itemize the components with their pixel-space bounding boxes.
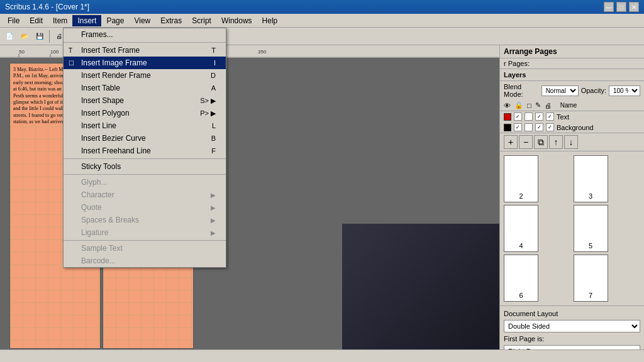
paste-button[interactable]: 📋: [136, 30, 150, 43]
blend-mode-select[interactable]: Normal: [541, 85, 579, 96]
right-panel: Arrange Pages r Pages: Layers Blend Mode…: [499, 45, 644, 349]
name-column: Name: [560, 102, 577, 109]
maximize-button[interactable]: □: [616, 2, 626, 12]
bg-lock-check[interactable]: [525, 123, 533, 131]
bg-layer-color: [504, 124, 511, 131]
menu-help[interactable]: Help: [257, 15, 283, 26]
layers-column-headers: 👁 🔒 □ ✎ 🖨 Name: [500, 100, 644, 111]
text-layer-name: Text: [557, 113, 569, 121]
page-thumb-4[interactable]: 4: [504, 205, 538, 252]
left-page-text: 3 May. Bistritz.-- Left Munich at 8:35 P…: [10, 63, 100, 129]
svg-text:350: 350: [258, 49, 267, 55]
menu-item[interactable]: Item: [48, 15, 72, 26]
print-button[interactable]: 🖨: [52, 30, 66, 43]
svg-text:100: 100: [50, 49, 59, 55]
edit-icon: ✎: [535, 101, 541, 109]
layer-toolbar: + − ⧉ ↑ ↓: [500, 133, 644, 151]
redo-button[interactable]: ↪: [87, 30, 101, 43]
copy-button[interactable]: ⎘: [121, 30, 135, 43]
bg-layer-name: Background: [557, 124, 594, 131]
svg-text:250: 250: [170, 49, 179, 55]
svg-text:150: 150: [82, 49, 91, 55]
menu-bar: File Edit Item Insert Page View Extras S…: [0, 14, 644, 28]
layer-text-row[interactable]: Text: [500, 111, 644, 122]
add-layer-button[interactable]: +: [504, 135, 518, 149]
app-title: Scribus 1.4.6 - [Cover 1*]: [5, 3, 89, 11]
move-layer-up-button[interactable]: ↑: [549, 135, 563, 149]
horizontal-ruler: 50 100 150 200 250 300 350: [0, 45, 499, 58]
minimize-button[interactable]: —: [604, 2, 614, 12]
menu-windows[interactable]: Windows: [216, 15, 257, 26]
document-layout-label: Document Layout: [504, 310, 640, 317]
svg-rect-12: [0, 45, 499, 58]
svg-text:200: 200: [126, 49, 135, 55]
text-layer-color: [504, 113, 511, 121]
first-page-row: First Page is:: [504, 335, 640, 343]
layers-header: Layers: [500, 69, 644, 81]
bg-frame-check[interactable]: [535, 123, 543, 131]
layers-panel: Layers Blend Mode: Normal Opacity: 100 %…: [500, 69, 644, 151]
page-thumb-7[interactable]: 7: [574, 255, 608, 302]
new-button[interactable]: 📄: [3, 30, 16, 43]
page-thumb-5[interactable]: 5: [574, 205, 608, 252]
blend-mode-row: Blend Mode: Normal Opacity: 100 %: [500, 81, 644, 100]
right-page-text: 3 May. Bistritz.-- Left Munich at 8:35 P…: [103, 63, 193, 129]
arrange-pages-header: Arrange Pages: [500, 45, 644, 58]
eye-icon: 👁: [504, 102, 511, 109]
blend-label: Blend Mode:: [504, 83, 539, 98]
page-right: 3 May. Bistritz.-- Left Munich at 8:35 P…: [103, 63, 194, 349]
menu-page[interactable]: Page: [101, 15, 129, 26]
document-layout-select[interactable]: Double Sided Single Page Facing Pages: [504, 320, 640, 332]
menu-edit[interactable]: Edit: [25, 15, 48, 26]
title-bar: Scribus 1.4.6 - [Cover 1*] — □ ✕: [0, 0, 644, 14]
pages-label: r Pages:: [500, 58, 644, 69]
move-layer-down-button[interactable]: ↓: [564, 135, 578, 149]
menu-insert[interactable]: Insert: [72, 15, 101, 26]
page-left: 3 May. Bistritz.-- Left Munich at 8:35 P…: [9, 63, 101, 349]
svg-text:50: 50: [19, 49, 25, 55]
text-edit-check[interactable]: [546, 112, 554, 121]
remove-layer-button[interactable]: −: [519, 135, 533, 149]
lock-icon: 🔒: [514, 101, 523, 109]
toolbar-separator-1: [49, 30, 50, 43]
toolbar-separator-2: [69, 30, 69, 43]
layers-title: Layers: [504, 71, 526, 79]
undo-button[interactable]: ↩: [72, 30, 86, 43]
layer-background-row[interactable]: Background: [500, 122, 644, 133]
bg-edit-check[interactable]: [546, 123, 554, 131]
bg-visible-check[interactable]: [514, 123, 522, 131]
duplicate-layer-button[interactable]: ⧉: [534, 135, 548, 149]
window-controls[interactable]: — □ ✕: [604, 2, 639, 12]
close-button[interactable]: ✕: [629, 2, 639, 12]
page-thumb-3[interactable]: 3: [574, 155, 608, 202]
status-bar: [0, 349, 644, 362]
menu-view[interactable]: View: [129, 15, 155, 26]
open-button[interactable]: 📂: [18, 30, 31, 43]
opacity-label: Opacity:: [581, 87, 606, 94]
menu-extras[interactable]: Extras: [155, 15, 187, 26]
toolbar-separator-3: [103, 30, 104, 43]
page-thumbnails: 2 3 4 5 6 7: [500, 151, 644, 305]
svg-text:300: 300: [214, 49, 223, 55]
menu-script[interactable]: Script: [187, 15, 216, 26]
text-lock-check[interactable]: [525, 112, 533, 121]
text-frame-check[interactable]: [535, 112, 543, 121]
menu-file[interactable]: File: [3, 15, 25, 26]
text-visible-check[interactable]: [514, 112, 522, 121]
save-button[interactable]: 💾: [33, 30, 47, 43]
frame-icon: □: [527, 102, 531, 109]
page-thumb-2[interactable]: 2: [504, 155, 538, 202]
print-icon: 🖨: [545, 102, 552, 109]
first-page-label: First Page is:: [504, 335, 544, 343]
cut-button[interactable]: ✂: [106, 30, 120, 43]
arrange-pages-title: Arrange Pages: [504, 47, 557, 56]
main-toolbar: 📄 📂 💾 🖨 ↩ ↪ ✂ ⎘ 📋: [0, 28, 644, 45]
document-canvas[interactable]: 3 May. Bistritz.-- Left Munich at 8:35 P…: [0, 58, 499, 349]
page-thumb-6[interactable]: 6: [504, 255, 538, 302]
opacity-select[interactable]: 100 %: [609, 85, 640, 96]
background-image: [342, 224, 499, 349]
